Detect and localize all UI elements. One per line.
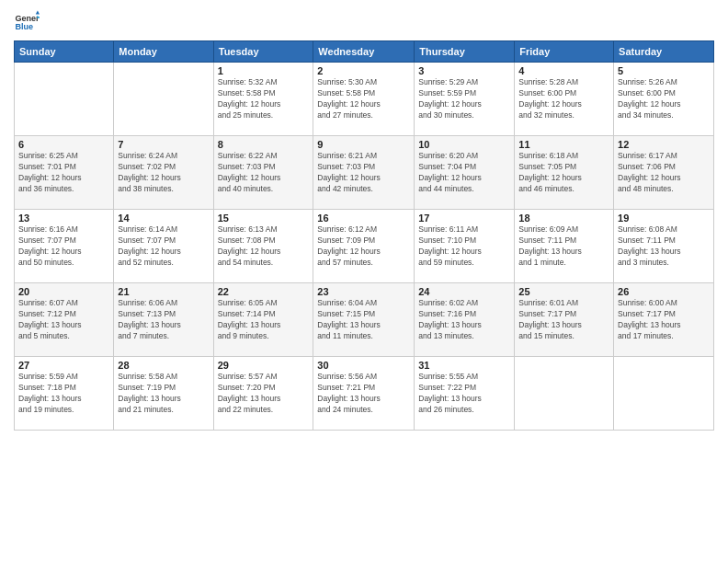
- day-cell: 14Sunrise: 6:14 AM Sunset: 7:07 PM Dayli…: [114, 210, 213, 283]
- day-header-sunday: Sunday: [15, 41, 114, 63]
- day-number: 30: [317, 360, 410, 371]
- day-info: Sunrise: 6:06 AM Sunset: 7:13 PM Dayligh…: [118, 298, 209, 342]
- logo: General Blue: [14, 9, 40, 35]
- day-cell: 28Sunrise: 5:58 AM Sunset: 7:19 PM Dayli…: [114, 357, 213, 431]
- day-cell: 11Sunrise: 6:18 AM Sunset: 7:05 PM Dayli…: [515, 136, 614, 210]
- day-cell: 4Sunrise: 5:28 AM Sunset: 6:00 PM Daylig…: [515, 63, 614, 136]
- day-number: 7: [118, 139, 209, 150]
- day-number: 10: [418, 139, 510, 150]
- day-number: 14: [118, 213, 209, 224]
- day-number: 4: [518, 65, 609, 76]
- day-info: Sunrise: 5:58 AM Sunset: 7:19 PM Dayligh…: [118, 372, 209, 416]
- calendar: SundayMondayTuesdayWednesdayThursdayFrid…: [14, 40, 714, 431]
- day-info: Sunrise: 6:12 AM Sunset: 7:09 PM Dayligh…: [317, 224, 410, 269]
- day-info: Sunrise: 6:25 AM Sunset: 7:01 PM Dayligh…: [18, 151, 109, 195]
- day-number: 22: [218, 286, 310, 297]
- day-cell: 31Sunrise: 5:55 AM Sunset: 7:22 PM Dayli…: [415, 357, 515, 431]
- day-cell: 25Sunrise: 6:01 AM Sunset: 7:17 PM Dayli…: [515, 283, 614, 357]
- day-cell: 2Sunrise: 5:30 AM Sunset: 5:58 PM Daylig…: [313, 63, 415, 136]
- day-number: 13: [18, 213, 109, 224]
- day-number: 26: [618, 286, 710, 297]
- day-number: 12: [618, 139, 710, 150]
- day-number: 16: [317, 213, 410, 224]
- day-cell: 16Sunrise: 6:12 AM Sunset: 7:09 PM Dayli…: [313, 210, 415, 283]
- day-cell: 6Sunrise: 6:25 AM Sunset: 7:01 PM Daylig…: [15, 136, 114, 210]
- day-number: 19: [618, 213, 710, 224]
- day-cell: 12Sunrise: 6:17 AM Sunset: 7:06 PM Dayli…: [614, 136, 714, 210]
- day-cell: 13Sunrise: 6:16 AM Sunset: 7:07 PM Dayli…: [15, 210, 114, 283]
- week-row-0: 1Sunrise: 5:32 AM Sunset: 5:58 PM Daylig…: [15, 63, 714, 136]
- day-info: Sunrise: 5:56 AM Sunset: 7:21 PM Dayligh…: [317, 372, 410, 416]
- day-header-thursday: Thursday: [415, 41, 515, 63]
- day-info: Sunrise: 6:22 AM Sunset: 7:03 PM Dayligh…: [218, 151, 310, 195]
- day-number: 20: [18, 286, 109, 297]
- svg-text:Blue: Blue: [15, 22, 33, 31]
- logo-icon: General Blue: [14, 9, 40, 35]
- day-cell: [114, 63, 213, 136]
- day-cell: 30Sunrise: 5:56 AM Sunset: 7:21 PM Dayli…: [313, 357, 415, 431]
- day-cell: 27Sunrise: 5:59 AM Sunset: 7:18 PM Dayli…: [15, 357, 114, 431]
- day-info: Sunrise: 6:02 AM Sunset: 7:16 PM Dayligh…: [418, 298, 510, 342]
- day-header-monday: Monday: [114, 41, 213, 63]
- day-number: 25: [518, 286, 609, 297]
- day-cell: [15, 63, 114, 136]
- day-info: Sunrise: 6:17 AM Sunset: 7:06 PM Dayligh…: [618, 151, 710, 195]
- day-cell: [515, 357, 614, 431]
- day-number: 21: [118, 286, 209, 297]
- week-row-2: 13Sunrise: 6:16 AM Sunset: 7:07 PM Dayli…: [15, 210, 714, 283]
- day-cell: 7Sunrise: 6:24 AM Sunset: 7:02 PM Daylig…: [114, 136, 213, 210]
- day-cell: 19Sunrise: 6:08 AM Sunset: 7:11 PM Dayli…: [614, 210, 714, 283]
- svg-text:General: General: [15, 14, 40, 23]
- day-number: 18: [518, 213, 609, 224]
- day-cell: 9Sunrise: 6:21 AM Sunset: 7:03 PM Daylig…: [313, 136, 415, 210]
- day-info: Sunrise: 5:32 AM Sunset: 5:58 PM Dayligh…: [218, 77, 310, 121]
- day-cell: 23Sunrise: 6:04 AM Sunset: 7:15 PM Dayli…: [313, 283, 415, 357]
- day-number: 31: [418, 360, 510, 371]
- day-info: Sunrise: 5:29 AM Sunset: 5:59 PM Dayligh…: [418, 77, 510, 121]
- day-number: 29: [218, 360, 310, 371]
- header: General Blue: [14, 9, 714, 35]
- day-info: Sunrise: 6:01 AM Sunset: 7:17 PM Dayligh…: [518, 298, 609, 342]
- header-row: SundayMondayTuesdayWednesdayThursdayFrid…: [15, 41, 714, 63]
- day-cell: 1Sunrise: 5:32 AM Sunset: 5:58 PM Daylig…: [213, 63, 313, 136]
- day-number: 11: [518, 139, 609, 150]
- day-cell: 15Sunrise: 6:13 AM Sunset: 7:08 PM Dayli…: [213, 210, 313, 283]
- page: General Blue SundayMondayTuesdayWednesda…: [0, 0, 728, 563]
- day-info: Sunrise: 6:16 AM Sunset: 7:07 PM Dayligh…: [18, 224, 109, 269]
- day-header-saturday: Saturday: [614, 41, 714, 63]
- day-info: Sunrise: 6:08 AM Sunset: 7:11 PM Dayligh…: [618, 224, 710, 269]
- week-row-4: 27Sunrise: 5:59 AM Sunset: 7:18 PM Dayli…: [15, 357, 714, 431]
- day-header-friday: Friday: [515, 41, 614, 63]
- day-number: 24: [418, 286, 510, 297]
- day-number: 2: [317, 65, 410, 76]
- day-info: Sunrise: 5:30 AM Sunset: 5:58 PM Dayligh…: [317, 77, 410, 121]
- day-info: Sunrise: 6:21 AM Sunset: 7:03 PM Dayligh…: [317, 151, 410, 195]
- day-info: Sunrise: 6:24 AM Sunset: 7:02 PM Dayligh…: [118, 151, 209, 195]
- day-cell: 22Sunrise: 6:05 AM Sunset: 7:14 PM Dayli…: [213, 283, 313, 357]
- day-number: 23: [317, 286, 410, 297]
- day-cell: 3Sunrise: 5:29 AM Sunset: 5:59 PM Daylig…: [415, 63, 515, 136]
- day-info: Sunrise: 6:07 AM Sunset: 7:12 PM Dayligh…: [18, 298, 109, 342]
- day-cell: 24Sunrise: 6:02 AM Sunset: 7:16 PM Dayli…: [415, 283, 515, 357]
- week-row-1: 6Sunrise: 6:25 AM Sunset: 7:01 PM Daylig…: [15, 136, 714, 210]
- day-info: Sunrise: 5:57 AM Sunset: 7:20 PM Dayligh…: [218, 372, 310, 416]
- day-number: 5: [618, 65, 710, 76]
- day-number: 6: [18, 139, 109, 150]
- day-number: 8: [218, 139, 310, 150]
- day-info: Sunrise: 6:00 AM Sunset: 7:17 PM Dayligh…: [618, 298, 710, 342]
- day-info: Sunrise: 5:28 AM Sunset: 6:00 PM Dayligh…: [518, 77, 609, 121]
- day-info: Sunrise: 6:20 AM Sunset: 7:04 PM Dayligh…: [418, 151, 510, 195]
- day-number: 27: [18, 360, 109, 371]
- day-number: 28: [118, 360, 209, 371]
- day-cell: 18Sunrise: 6:09 AM Sunset: 7:11 PM Dayli…: [515, 210, 614, 283]
- day-info: Sunrise: 5:55 AM Sunset: 7:22 PM Dayligh…: [418, 372, 510, 416]
- day-number: 9: [317, 139, 410, 150]
- day-number: 17: [418, 213, 510, 224]
- day-info: Sunrise: 6:13 AM Sunset: 7:08 PM Dayligh…: [218, 224, 310, 269]
- day-cell: 20Sunrise: 6:07 AM Sunset: 7:12 PM Dayli…: [15, 283, 114, 357]
- day-cell: 8Sunrise: 6:22 AM Sunset: 7:03 PM Daylig…: [213, 136, 313, 210]
- day-cell: 29Sunrise: 5:57 AM Sunset: 7:20 PM Dayli…: [213, 357, 313, 431]
- day-info: Sunrise: 6:05 AM Sunset: 7:14 PM Dayligh…: [218, 298, 310, 342]
- day-cell: 10Sunrise: 6:20 AM Sunset: 7:04 PM Dayli…: [415, 136, 515, 210]
- day-info: Sunrise: 6:11 AM Sunset: 7:10 PM Dayligh…: [418, 224, 510, 269]
